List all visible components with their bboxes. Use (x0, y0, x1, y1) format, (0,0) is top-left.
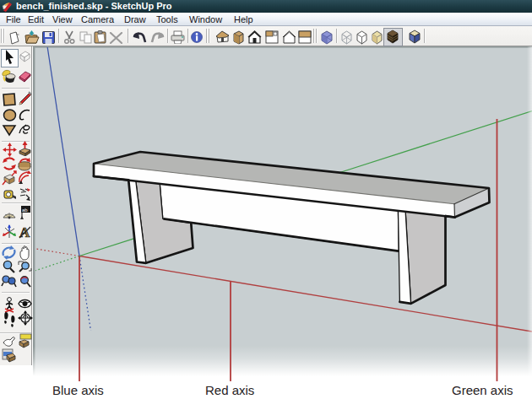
svg-text:ab: ab (22, 208, 28, 213)
